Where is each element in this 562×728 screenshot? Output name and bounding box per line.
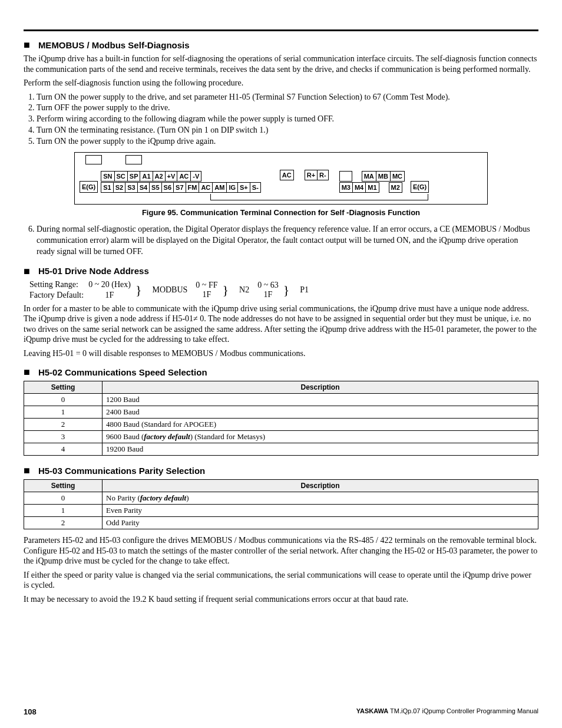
h502-row: 12400 Baud	[24, 406, 538, 419]
th-description: Description	[103, 381, 538, 394]
terminal-ma: MA	[362, 171, 376, 182]
spec-n2-default: 1F	[203, 290, 211, 299]
terminal-am: AM	[212, 182, 226, 193]
h502-setting: 2	[24, 419, 103, 431]
square-bullet-icon: ■	[24, 266, 30, 276]
terminal-s2: S2	[113, 182, 125, 193]
h502-row: 419200 Baud	[24, 443, 538, 456]
th-setting: Setting	[24, 381, 103, 394]
para-intro1: The iQpump drive has a built-in function…	[24, 54, 538, 74]
spec-range-val: 0 ~ 20 (Hex)	[88, 280, 131, 289]
spec-label-default: Factory Default:	[29, 291, 84, 300]
para-h501-b: Leaving H5-01 = 0 will disable responses…	[24, 348, 538, 359]
brace-icon: }	[135, 282, 142, 298]
terminal-m2: M2	[389, 182, 402, 193]
terminal-diagram: E(G) SN SC SP A1 A2 +V AC -V S1 S2 S3	[74, 152, 488, 205]
terminal-eg-right: E(G)	[411, 181, 429, 193]
h502-row: 39600 Baud (factory default) (Standard f…	[24, 431, 538, 443]
spec-n2: N2	[239, 285, 249, 295]
h503-setting: 2	[24, 517, 103, 529]
h502-table: Setting Description 01200 Baud12400 Baud…	[24, 381, 538, 456]
terminal-mb: MB	[376, 171, 390, 182]
terminal-r-plus: R+	[305, 170, 317, 180]
h502-description: 9600 Baud (factory default) (Standard fo…	[103, 431, 538, 443]
brace-icon: }	[283, 282, 290, 298]
diagram-box-icon	[85, 155, 102, 164]
top-rule	[24, 29, 538, 31]
terminal-s4: S4	[137, 182, 149, 193]
h502-description: 4800 Baud (Standard for APOGEE)	[103, 419, 538, 431]
terminal-m4: M4	[352, 182, 365, 193]
wiring-loop-icon	[210, 194, 428, 200]
square-bullet-icon: ■	[24, 465, 30, 476]
spec-modbus: MODBUS	[152, 285, 187, 295]
heading-h501: ■ H5-01 Drive Node Address	[24, 266, 538, 276]
spec-p1: P1	[300, 285, 309, 295]
empty-terminal	[339, 171, 352, 182]
procedure-list-b: During normal self-diagnostic operation,…	[24, 224, 538, 258]
spec-default-val: 1F	[88, 291, 131, 300]
heading-h502: ■ H5-02 Communications Speed Selection	[24, 367, 538, 377]
step-1: Turn ON the power supply to the drive, a…	[37, 92, 538, 103]
para-h5023-b: If either the speed or parity value is c…	[24, 570, 538, 591]
brace-icon: }	[223, 282, 229, 298]
page-number: 108	[24, 707, 37, 716]
footer-doc-ref: YASKAWA TM.iQp.07 iQpump Controller Prog…	[356, 707, 538, 716]
heading-h503: ■ H5-03 Communications Parity Selection	[24, 465, 538, 476]
h503-description: Odd Parity	[103, 517, 538, 529]
spec-label-range: Setting Range:	[29, 280, 84, 289]
h501-spec-block: Setting Range: 0 ~ 20 (Hex) Factory Defa…	[29, 280, 538, 300]
square-bullet-icon: ■	[24, 39, 30, 50]
step-2: Turn OFF the power supply to the drive.	[37, 103, 538, 114]
terminal-sc: SC	[114, 171, 127, 182]
figure-caption: Figure 95. Communication Terminal Connec…	[24, 208, 538, 217]
step-4: Turn ON the terminating resistance. (Tur…	[37, 125, 538, 136]
th-setting: Setting	[24, 480, 103, 492]
terminal-ig: IG	[226, 182, 237, 193]
footer-doc-title: TM.iQp.07 iQpump Controller Programming …	[388, 707, 538, 714]
diagram-box-icon	[125, 155, 142, 164]
h502-description: 2400 Baud	[103, 406, 538, 419]
h503-row: 0No Parity (factory default)	[24, 492, 538, 505]
terminal-row-upper: SN SC SP A1 A2 +V AC -V	[101, 171, 261, 182]
terminal-row-lower: S1 S2 S3 S4 S5 S6 S7 FM AC AM IG S+ S-	[101, 182, 261, 193]
terminal-eg-left: E(G)	[80, 181, 98, 193]
h502-row: 01200 Baud	[24, 394, 538, 406]
h502-row: 24800 Baud (Standard for APOGEE)	[24, 419, 538, 431]
terminal-s-plus: S+	[237, 182, 250, 193]
terminal-s-minus: S-	[250, 182, 261, 193]
h503-row: 1Even Parity	[24, 505, 538, 517]
step-5: Turn ON the power supply to the iQpump d…	[37, 136, 538, 147]
terminal-s1: S1	[101, 182, 113, 193]
h502-setting: 0	[24, 394, 103, 406]
terminal-minus-v: -V	[190, 171, 201, 182]
h503-setting: 1	[24, 505, 103, 517]
para-h5023-a: Parameters H5-02 and H5-03 configure the…	[24, 535, 538, 566]
terminal-mc: MC	[390, 171, 405, 182]
factory-default-label: factory default	[144, 432, 190, 441]
h502-setting: 3	[24, 431, 103, 443]
terminal-ac: AC	[177, 171, 190, 182]
th-description: Description	[103, 480, 538, 492]
heading-h501-text: H5-01 Drive Node Address	[38, 266, 149, 276]
step-6: During normal self-diagnostic operation,…	[37, 224, 538, 258]
heading-h502-text: H5-02 Communications Speed Selection	[38, 367, 207, 377]
h503-description: Even Parity	[103, 505, 538, 517]
para-intro2: Perform the self-diagnosis function usin…	[24, 78, 538, 88]
heading-selfdiag: ■ MEMOBUS / Modbus Self-Diagnosis	[24, 39, 538, 50]
terminal-m3: M3	[339, 182, 352, 193]
heading-selfdiag-text: MEMOBUS / Modbus Self-Diagnosis	[38, 40, 190, 50]
para-h501-a: In order for a master to be able to comm…	[24, 304, 538, 345]
footer-brand: YASKAWA	[356, 707, 389, 714]
h503-row: 2Odd Parity	[24, 517, 538, 529]
step-3: Perform wiring according to the followin…	[37, 114, 538, 125]
h503-table: Setting Description 0No Parity (factory …	[24, 479, 538, 529]
terminal-plus-v: +V	[165, 171, 177, 182]
terminal-sn: SN	[101, 171, 114, 182]
document-page: ■ MEMOBUS / Modbus Self-Diagnosis The iQ…	[0, 0, 562, 728]
h502-description: 19200 Baud	[103, 443, 538, 456]
spec-p1-range: 0 ~ 63	[257, 281, 279, 290]
h503-description: No Parity (factory default)	[103, 492, 538, 505]
square-bullet-icon: ■	[24, 367, 30, 377]
spec-n2-range: 0 ~ FF	[196, 281, 217, 290]
